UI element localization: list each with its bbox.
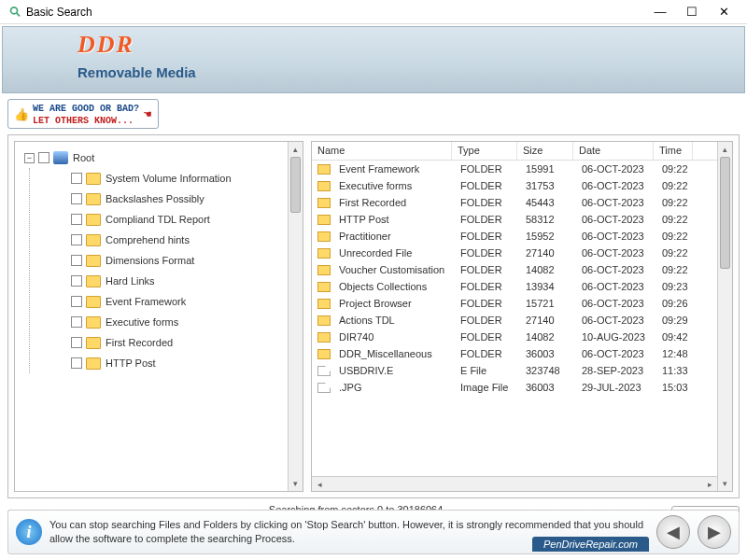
tree-item[interactable]: System Volume Information bbox=[30, 168, 299, 189]
tree-item[interactable]: Backslashes Possibly bbox=[30, 189, 299, 209]
list-header[interactable]: Name Type Size Date Time bbox=[312, 142, 732, 161]
tree-scrollbar[interactable]: ▴▾ bbox=[288, 142, 303, 491]
minimize-button[interactable]: — bbox=[644, 2, 676, 22]
cell-type: FOLDER bbox=[455, 230, 520, 243]
cell-date: 06-OCT-2023 bbox=[576, 246, 656, 259]
checkbox[interactable] bbox=[71, 193, 82, 204]
list-row[interactable]: Voucher CustomisationFOLDER1408206-OCT-2… bbox=[312, 261, 732, 278]
cell-size: 15721 bbox=[520, 297, 576, 310]
file-list-panel: Name Type Size Date Time Event Framework… bbox=[311, 141, 733, 492]
cell-name: Project Browser bbox=[333, 297, 455, 310]
col-type[interactable]: Type bbox=[452, 142, 517, 160]
next-button[interactable]: ▶ bbox=[698, 515, 731, 549]
list-row[interactable]: Project BrowserFOLDER1572106-OCT-202309:… bbox=[312, 295, 732, 312]
tree-item[interactable]: Dimensions Format bbox=[30, 250, 299, 271]
folder-icon bbox=[317, 248, 331, 259]
col-time[interactable]: Time bbox=[654, 142, 693, 160]
list-row[interactable]: DIR740FOLDER1408210-AUG-202309:42 bbox=[312, 329, 732, 345]
col-name[interactable]: Name bbox=[312, 142, 452, 160]
tree-item[interactable]: Hard Links bbox=[30, 271, 299, 291]
tree-root[interactable]: − Root bbox=[19, 147, 299, 168]
tree-item[interactable]: Compliand TDL Report bbox=[30, 209, 299, 230]
tree-item-label: Hard Links bbox=[106, 275, 155, 287]
folder-icon bbox=[317, 215, 331, 225]
checkbox[interactable] bbox=[71, 234, 82, 245]
list-row[interactable]: .JPGImage File3600329-JUL-202315:03 bbox=[312, 379, 732, 396]
tree-root-label: Root bbox=[73, 152, 94, 163]
list-row[interactable]: DDR_MiscellaneousFOLDER3600306-OCT-20231… bbox=[312, 345, 732, 362]
cell-size: 14082 bbox=[520, 330, 576, 343]
cell-time: 09:29 bbox=[656, 314, 696, 327]
checkbox[interactable] bbox=[71, 255, 82, 266]
checkbox[interactable] bbox=[71, 173, 82, 184]
list-row[interactable]: Actions TDLFOLDER2714006-OCT-202309:29 bbox=[312, 312, 732, 329]
list-row[interactable]: Unrecorded FileFOLDER2714006-OCT-202309:… bbox=[312, 245, 732, 261]
cell-type: FOLDER bbox=[455, 162, 520, 175]
cell-date: 28-SEP-2023 bbox=[576, 364, 656, 377]
close-button[interactable]: ✕ bbox=[708, 2, 740, 22]
feedback-line1: WE ARE GOOD OR BAD? bbox=[33, 104, 139, 114]
checkbox[interactable] bbox=[71, 337, 82, 348]
maximize-button[interactable]: ☐ bbox=[676, 2, 708, 22]
prev-button[interactable]: ◀ bbox=[656, 515, 690, 549]
cell-type: FOLDER bbox=[455, 213, 520, 226]
folder-icon bbox=[86, 337, 101, 349]
list-body[interactable]: Event FrameworkFOLDER1599106-OCT-202309:… bbox=[312, 161, 732, 491]
col-size[interactable]: Size bbox=[517, 142, 573, 160]
cell-date: 06-OCT-2023 bbox=[576, 196, 656, 209]
thumbs-up-icon: 👍 bbox=[14, 107, 29, 121]
cell-name: Event Framework bbox=[333, 162, 455, 175]
cell-date: 06-OCT-2023 bbox=[576, 297, 656, 310]
svg-point-0 bbox=[11, 7, 18, 13]
list-scrollbar-h[interactable]: ◂▸ bbox=[312, 476, 717, 491]
cell-time: 09:22 bbox=[656, 213, 696, 226]
cell-name: Executive forms bbox=[333, 179, 455, 192]
cell-type: FOLDER bbox=[455, 297, 520, 310]
footer-bar: i You can stop searching Files and Folde… bbox=[7, 510, 740, 554]
folder-icon bbox=[86, 214, 101, 226]
cell-name: HTTP Post bbox=[333, 213, 455, 226]
list-row[interactable]: First RecordedFOLDER4544306-OCT-202309:2… bbox=[312, 194, 732, 211]
list-row[interactable]: Event FrameworkFOLDER1599106-OCT-202309:… bbox=[312, 161, 732, 177]
folder-icon bbox=[86, 234, 101, 246]
tree-item-label: System Volume Information bbox=[106, 173, 232, 184]
tree-item-label: Compliand TDL Report bbox=[106, 214, 210, 225]
pointer-icon: ☚ bbox=[143, 108, 152, 120]
checkbox[interactable] bbox=[38, 152, 49, 163]
folder-icon bbox=[317, 231, 331, 242]
cell-size: 323748 bbox=[520, 364, 576, 377]
cell-size: 36003 bbox=[520, 347, 576, 360]
feedback-banner[interactable]: 👍 WE ARE GOOD OR BAD?LET OTHERS KNOW... … bbox=[7, 99, 159, 129]
tree-item[interactable]: Comprehend hints bbox=[30, 230, 299, 250]
tree-item[interactable]: First Recorded bbox=[30, 332, 299, 353]
list-row[interactable]: USBDRIV.EE File32374828-SEP-202311:33 bbox=[312, 362, 732, 379]
cell-time: 12:48 bbox=[656, 347, 696, 360]
cell-time: 09:22 bbox=[656, 230, 696, 243]
checkbox[interactable] bbox=[71, 275, 82, 287]
cell-date: 06-OCT-2023 bbox=[576, 162, 656, 175]
list-row[interactable]: Objects CollectionsFOLDER1393406-OCT-202… bbox=[312, 278, 732, 295]
list-scrollbar-v[interactable]: ▴▾ bbox=[717, 142, 732, 491]
folder-tree[interactable]: − Root System Volume InformationBackslas… bbox=[15, 142, 303, 491]
col-date[interactable]: Date bbox=[573, 142, 654, 160]
cell-date: 06-OCT-2023 bbox=[576, 280, 656, 293]
info-icon: i bbox=[16, 519, 42, 545]
folder-icon bbox=[317, 265, 331, 275]
list-row[interactable]: Executive formsFOLDER3175306-OCT-202309:… bbox=[312, 177, 732, 194]
checkbox[interactable] bbox=[71, 296, 82, 307]
app-header: DDR Removable Media bbox=[2, 26, 745, 93]
list-row[interactable]: PractitionerFOLDER1595206-OCT-202309:22 bbox=[312, 228, 732, 245]
list-row[interactable]: HTTP PostFOLDER5831206-OCT-202309:22 bbox=[312, 211, 732, 228]
tree-item[interactable]: Executive forms bbox=[30, 312, 299, 332]
cell-size: 36003 bbox=[520, 381, 576, 394]
checkbox[interactable] bbox=[71, 316, 82, 328]
checkbox[interactable] bbox=[71, 357, 82, 369]
tree-item[interactable]: Event Framework bbox=[30, 291, 299, 312]
tree-item[interactable]: HTTP Post bbox=[30, 353, 299, 373]
cell-time: 09:22 bbox=[656, 179, 696, 192]
cell-date: 06-OCT-2023 bbox=[576, 179, 656, 192]
folder-icon bbox=[86, 316, 101, 329]
collapse-icon[interactable]: − bbox=[24, 153, 35, 163]
checkbox[interactable] bbox=[71, 214, 82, 225]
window-title: Basic Search bbox=[26, 6, 644, 19]
